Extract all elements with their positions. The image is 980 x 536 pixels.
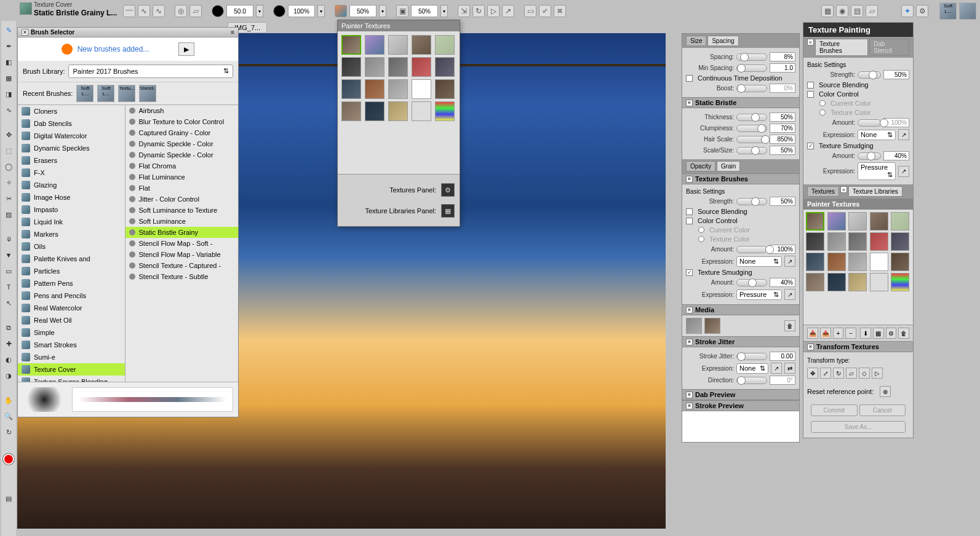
b-strength-slider[interactable]: [858, 71, 881, 79]
brush-variant-item[interactable]: Flat: [125, 183, 238, 194]
b-source-blending-checkbox[interactable]: [807, 82, 814, 89]
recent-brush-3[interactable]: Stencl...: [139, 85, 156, 102]
strength2-dropdown[interactable]: ▾: [440, 5, 448, 17]
lasso-tool-icon[interactable]: ◯: [3, 161, 14, 172]
flip-icon[interactable]: ▷: [487, 5, 500, 17]
brush-category-item[interactable]: Digital Watercolor: [18, 130, 125, 142]
arrow-tool-icon[interactable]: ↖: [3, 298, 14, 309]
smudge-tool-icon[interactable]: ∿: [3, 104, 14, 116]
rotate-view-icon[interactable]: ↻: [3, 427, 14, 438]
import-lib-icon[interactable]: 📥: [807, 328, 818, 339]
texture-thumb[interactable]: [412, 79, 431, 99]
texture-lib-thumb[interactable]: [827, 253, 846, 271]
brush-variant-item[interactable]: Jitter - Color Control: [125, 194, 238, 205]
texture-thumb[interactable]: [435, 79, 455, 99]
close-section-icon[interactable]: ×: [686, 100, 693, 106]
texture-thumb[interactable]: [412, 101, 431, 121]
brush-variant-item[interactable]: Soft Luminance: [125, 216, 238, 227]
close-section-icon[interactable]: ×: [686, 392, 693, 398]
zoom-tool-icon[interactable]: 🔍: [3, 411, 14, 422]
expression-select[interactable]: None⇅: [736, 256, 782, 267]
stroke-type-icon[interactable]: ∿: [138, 5, 150, 17]
brush-category-item[interactable]: Palette Knives and: [18, 253, 125, 265]
brush-category-item[interactable]: Cloners: [18, 105, 125, 117]
brush-library-select[interactable]: Painter 2017 Brushes ⇅: [68, 65, 233, 78]
reset-reference-icon[interactable]: ⊕: [880, 386, 891, 397]
eraser-tool-icon[interactable]: ◧: [3, 57, 14, 68]
amount-slider[interactable]: [736, 246, 767, 253]
transform-skew-icon[interactable]: ▱: [846, 368, 857, 379]
spacing-tab[interactable]: Spacing: [707, 36, 738, 46]
media-delete-icon[interactable]: 🗑: [784, 320, 795, 331]
brush-category-item[interactable]: Real Wet Oil: [18, 314, 125, 326]
move-tool-icon[interactable]: ✥: [3, 129, 14, 140]
recent-brush-2[interactable]: Textu...: [118, 85, 135, 102]
grain-tab[interactable]: Grain: [717, 161, 740, 171]
close-section-icon[interactable]: ×: [686, 307, 693, 313]
cancel-icon[interactable]: ✖: [554, 5, 566, 17]
media-thumb-2[interactable]: [704, 318, 720, 334]
pen-tool-icon[interactable]: ✒: [3, 41, 14, 52]
texture-libraries-button[interactable]: ▦: [441, 204, 455, 218]
brush-variant-item[interactable]: Airbrush: [125, 105, 238, 116]
remove-lib-icon[interactable]: −: [845, 328, 856, 339]
brush-category-item[interactable]: Oils: [18, 240, 125, 253]
recent-brush-thumb[interactable]: Soft L...: [939, 2, 957, 20]
brush-variant-item[interactable]: Stencil Texture - Captured -: [125, 260, 238, 271]
transform-perspective-icon[interactable]: ▷: [872, 368, 883, 379]
close-section-icon[interactable]: ×: [686, 176, 693, 183]
size-tab[interactable]: Size: [686, 36, 706, 46]
texture-lib-thumb[interactable]: [806, 253, 824, 271]
b-color-control-checkbox[interactable]: [807, 91, 814, 98]
opacity-dab-icon[interactable]: [273, 5, 285, 17]
texture-lib-thumb[interactable]: [848, 273, 867, 291]
panel-3-icon[interactable]: ▤: [851, 5, 863, 17]
dab-type-icon[interactable]: 〰: [123, 5, 135, 17]
panel-4-icon[interactable]: ▱: [866, 5, 878, 17]
sj-invert-icon[interactable]: ⇄: [784, 363, 795, 374]
texture-lib-thumb[interactable]: [891, 232, 909, 251]
texture-thumb[interactable]: [341, 35, 361, 55]
source-blending-checkbox[interactable]: [686, 208, 693, 215]
brush-variant-item[interactable]: Stencil Flow Map - Variable: [125, 249, 238, 260]
panel-menu-icon[interactable]: ≡: [231, 29, 234, 36]
textures-tab[interactable]: Textures: [807, 186, 839, 197]
media-thumb-1[interactable]: [686, 318, 702, 334]
strength2-field[interactable]: [411, 5, 438, 17]
b-ts-expression-select[interactable]: Pressure⇅: [858, 162, 896, 180]
new-brushes-link[interactable]: New brushes added...: [78, 45, 149, 53]
grain-field[interactable]: [349, 5, 376, 17]
texture-lib-thumb[interactable]: [827, 232, 846, 251]
brush-category-item[interactable]: Pens and Pencils: [18, 290, 125, 302]
texture-lib-thumb[interactable]: [870, 273, 888, 291]
brush-variant-item[interactable]: Captured Grainy - Color: [125, 127, 238, 138]
dab-stencil-tab[interactable]: Dab Stencil: [869, 39, 909, 56]
stroke-jitter-slider[interactable]: [736, 353, 767, 360]
hair-scale-slider[interactable]: [736, 136, 767, 143]
brush-variant-item[interactable]: Soft Luminance to Texture: [125, 205, 238, 216]
strength-slider[interactable]: [736, 198, 767, 205]
b-texture-smudging-checkbox[interactable]: ✓: [807, 143, 814, 149]
crop-tool-icon[interactable]: ✂: [3, 193, 14, 204]
texture-thumb[interactable]: [412, 57, 431, 77]
texture-lib-thumb[interactable]: [891, 273, 909, 291]
add-lib-icon[interactable]: +: [833, 328, 844, 339]
brush-category-item[interactable]: Simple: [18, 326, 125, 339]
panel-toggle-icon[interactable]: ▤: [3, 493, 14, 504]
panel-1-icon[interactable]: ▦: [821, 5, 834, 17]
close-section-icon[interactable]: ×: [807, 39, 814, 45]
texture-thumb[interactable]: [412, 35, 431, 55]
opacity-dropdown[interactable]: ▾: [317, 5, 325, 17]
rotate-icon[interactable]: ↻: [472, 5, 485, 17]
align-icon[interactable]: ⇲: [458, 5, 470, 17]
close-panel-icon[interactable]: ×: [22, 29, 28, 36]
dodge-tool-icon[interactable]: ◐: [3, 354, 14, 365]
magic-icon[interactable]: ✦: [901, 5, 914, 17]
min-spacing-slider[interactable]: [736, 65, 767, 72]
grain-dropdown[interactable]: ▾: [379, 5, 386, 17]
transform-distort-icon[interactable]: ◇: [859, 368, 870, 379]
texture-brushes-tab[interactable]: Texture Brushes: [815, 39, 868, 56]
brush-category-item[interactable]: Image Hose: [18, 191, 125, 203]
brush-category-item[interactable]: Erasers: [18, 154, 125, 167]
play-button[interactable]: ▶: [178, 42, 194, 56]
